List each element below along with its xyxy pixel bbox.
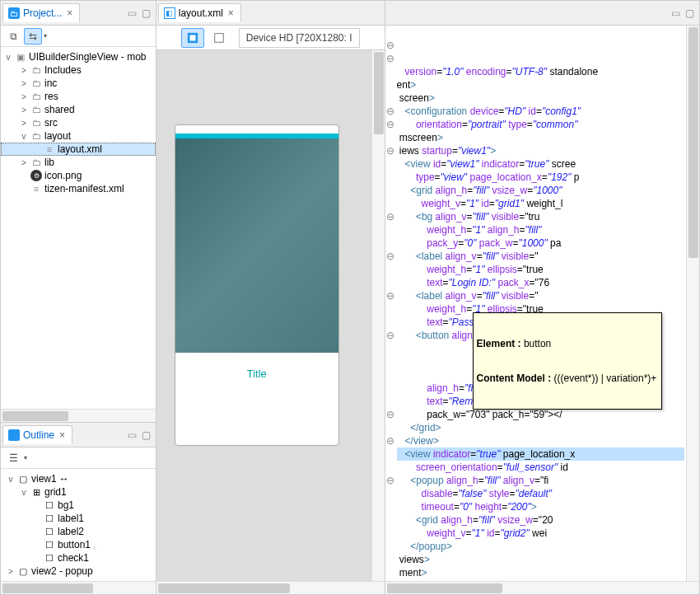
code-line[interactable]: disable="false" style="default" xyxy=(397,487,684,500)
code-line[interactable]: version="1.0" encoding="UTF-8" standalon… xyxy=(397,65,684,78)
scrollbar-thumb[interactable] xyxy=(374,52,384,134)
code-line[interactable]: text="Login ID:" pack_x="76 xyxy=(397,276,684,289)
minimize-icon[interactable]: ▭ xyxy=(128,429,137,441)
scrollbar-thumb[interactable] xyxy=(688,27,698,258)
code-line[interactable]: screen> xyxy=(397,91,684,105)
chevron-down-icon[interactable]: ▾ xyxy=(44,32,47,40)
outline-row[interactable]: v⊞grid1 xyxy=(1,485,156,499)
collapse-all-button[interactable]: ⧉ xyxy=(4,28,22,45)
code-line[interactable]: orientation="portrait" type="common" xyxy=(397,118,684,131)
fold-toggle[interactable]: ⊖ xyxy=(385,329,395,342)
code-line[interactable]: ment> xyxy=(397,566,684,579)
code-line[interactable]: <label align_v="fill" visible=" xyxy=(397,289,684,302)
code-line[interactable]: type="view" page_location_x="192" p xyxy=(397,171,684,184)
maximize-icon[interactable]: ▢ xyxy=(142,429,151,441)
tree-toggle[interactable]: > xyxy=(20,79,28,88)
fold-toggle[interactable]: ⊖ xyxy=(385,105,395,118)
tree-toggle[interactable]: > xyxy=(20,66,28,75)
vertical-scrollbar[interactable] xyxy=(686,26,699,581)
outline-row[interactable]: ☐check1 xyxy=(1,551,156,565)
horizontal-scrollbar[interactable] xyxy=(1,581,156,594)
tree-toggle[interactable] xyxy=(33,527,41,536)
fold-toggle[interactable]: ⊖ xyxy=(385,289,395,302)
tree-toggle[interactable]: v xyxy=(4,53,12,62)
code-line[interactable]: </view> xyxy=(397,434,684,447)
outline-sort-button[interactable]: ☰ xyxy=(4,450,22,466)
outline-tab[interactable]: Outline × xyxy=(2,425,72,444)
tree-toggle[interactable] xyxy=(33,541,41,550)
design-canvas[interactable]: Title xyxy=(156,50,371,581)
code-line[interactable]: mscreen> xyxy=(397,131,684,144)
scrollbar-thumb[interactable] xyxy=(2,411,68,421)
tree-toggle[interactable] xyxy=(33,145,41,154)
outline-row[interactable]: ☐label2 xyxy=(1,525,156,538)
code-line[interactable]: iews startup="view1"> xyxy=(397,144,684,157)
scrollbar-thumb[interactable] xyxy=(387,583,502,593)
tree-row[interactable]: ⚙icon.png xyxy=(1,169,156,182)
tree-toggle[interactable]: > xyxy=(20,105,28,115)
tree-toggle[interactable] xyxy=(20,185,28,194)
tree-toggle[interactable] xyxy=(33,514,41,523)
fold-toggle[interactable]: ⊖ xyxy=(385,408,395,421)
tree-toggle[interactable] xyxy=(33,501,41,510)
tree-row[interactable]: >🗀Includes xyxy=(1,63,156,77)
tree-toggle[interactable] xyxy=(20,171,28,180)
code-line[interactable]: <configuration device="HD" id="config1" xyxy=(397,105,684,118)
code-line[interactable]: weight_v="1" id="grid1" weight_l xyxy=(397,197,684,210)
fold-toggle[interactable]: ⊖ xyxy=(385,434,395,447)
tree-row[interactable]: v🗀layout xyxy=(1,129,156,143)
minimize-icon[interactable]: ▭ xyxy=(128,7,137,19)
tree-toggle[interactable]: v xyxy=(20,488,28,497)
source-mode-button[interactable] xyxy=(208,28,231,48)
code-editor[interactable]: Element : button Content Model : (((even… xyxy=(385,26,686,581)
tree-row[interactable]: >🗀shared xyxy=(1,103,156,116)
outline-row[interactable]: ☐bg1 xyxy=(1,499,156,512)
tree-toggle[interactable]: > xyxy=(7,567,15,576)
design-mode-button[interactable] xyxy=(181,28,204,48)
code-line[interactable]: <view id="view1" indicator="true" scree xyxy=(397,157,684,171)
close-icon[interactable]: × xyxy=(58,429,67,441)
editor-tab[interactable]: ◧ layout.xml × xyxy=(158,3,241,22)
code-line[interactable]: <bg align_v="fill" visible="tru xyxy=(397,210,684,223)
tree-row[interactable]: >🗀src xyxy=(1,116,156,129)
code-line[interactable]: ent> xyxy=(397,78,684,91)
close-icon[interactable]: × xyxy=(65,7,74,19)
scrollbar-thumb[interactable] xyxy=(2,583,93,593)
tree-toggle[interactable]: v xyxy=(7,475,15,484)
device-title-label[interactable]: Title xyxy=(175,353,338,395)
code-line[interactable]: pack_w="703" pack_h="59"></ xyxy=(397,408,684,421)
vertical-scrollbar[interactable] xyxy=(371,50,385,581)
maximize-icon[interactable]: ▢ xyxy=(685,7,694,19)
outline-row[interactable]: ☐button1 xyxy=(1,538,156,551)
project-tab[interactable]: 🗀 Project... × xyxy=(2,3,80,22)
horizontal-scrollbar[interactable] xyxy=(156,581,385,594)
code-line[interactable]: weight_h="1" align_h="fill" xyxy=(397,223,684,237)
code-line[interactable]: screen_orientation="full_sensor" id xyxy=(397,461,684,474)
tree-toggle[interactable]: > xyxy=(20,92,28,101)
fold-toggle[interactable]: ⊖ xyxy=(385,250,395,263)
horizontal-scrollbar[interactable] xyxy=(1,409,156,422)
fold-toggle[interactable]: ⊖ xyxy=(385,52,395,65)
link-editor-button[interactable]: ⇆ xyxy=(24,28,42,45)
fold-toggle[interactable]: ⊖ xyxy=(385,118,395,131)
horizontal-scrollbar[interactable] xyxy=(385,581,699,594)
tree-toggle[interactable]: > xyxy=(20,158,28,167)
tree-row[interactable]: >🗀lib xyxy=(1,156,156,169)
code-line[interactable]: pack_y="0" pack_w="1000" pa xyxy=(397,237,684,250)
fold-toggle[interactable]: ⊖ xyxy=(385,474,395,487)
code-line[interactable]: </popup> xyxy=(397,540,684,553)
fold-toggle[interactable]: ⊖ xyxy=(385,144,395,157)
maximize-icon[interactable]: ▢ xyxy=(142,7,151,19)
project-tree[interactable]: v ▣ UIBuilderSingleView - mob >🗀Includes… xyxy=(1,47,156,409)
outline-row[interactable]: >▢view2 - popup xyxy=(1,565,156,578)
tree-row[interactable]: >🗀res xyxy=(1,90,156,103)
minimize-icon[interactable]: ▭ xyxy=(671,7,680,19)
scrollbar-thumb[interactable] xyxy=(158,583,290,593)
code-line[interactable]: <grid align_h="fill" vsize_w="1000" xyxy=(397,184,684,197)
outline-row[interactable]: v▢view1 ↔ xyxy=(1,472,156,485)
tree-toggle[interactable]: v xyxy=(20,132,28,141)
outline-tree[interactable]: v▢view1 ↔v⊞grid1 ☐bg1 ☐label1 ☐label2 ☐b… xyxy=(1,469,156,581)
code-line[interactable]: views> xyxy=(397,553,684,566)
device-background[interactable] xyxy=(175,138,338,353)
fold-toggle[interactable]: ⊖ xyxy=(385,210,395,223)
